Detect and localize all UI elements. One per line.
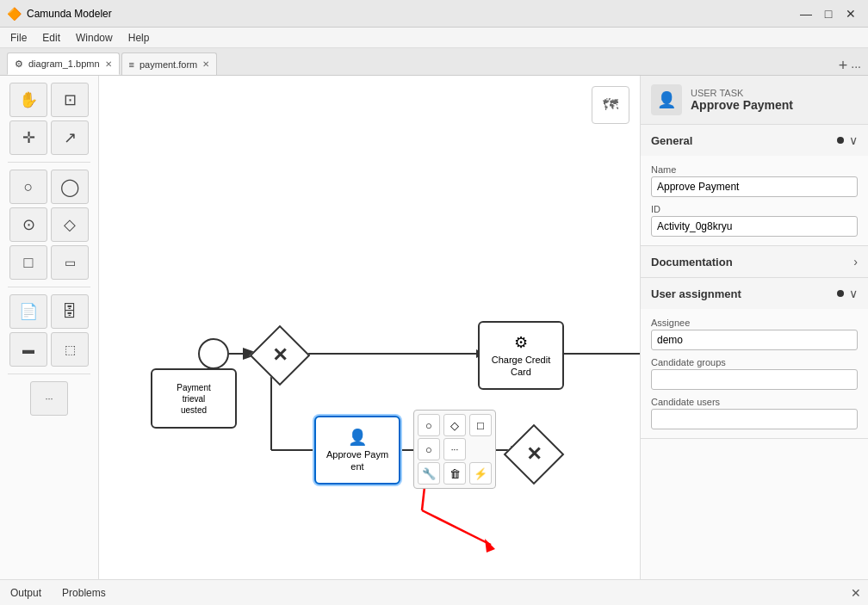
charge-credit-card-task[interactable]: ⚙ Charge CreditCard [478, 321, 564, 390]
menu-file[interactable]: File [3, 30, 34, 46]
approve-payment-task[interactable]: 👤 Approve Payment [314, 416, 400, 485]
tab-close-payment[interactable]: ✕ [202, 59, 209, 69]
start-event-tool[interactable]: ○ [9, 170, 47, 204]
panel-header: 👤 USER TASK Approve Payment [641, 76, 868, 125]
panel-header-icon: 👤 [651, 84, 682, 115]
tab-icon-payment: ≡ [129, 59, 134, 70]
context-row-3: 🔧 🗑 ⚡ [418, 462, 492, 485]
field-name-container: Name [651, 164, 858, 197]
left-toolbar: ✋ ⊡ ✛ ↗ ○ ◯ ⊙ ◇ □ ▭ 📄 🗄 ▬ ⬚ · [0, 76, 99, 579]
bottom-panel-close[interactable]: ✕ [851, 586, 861, 600]
minimap-button[interactable]: 🗺 [592, 86, 629, 124]
tool-row-5: □ ▭ [3, 245, 95, 280]
bottom-tab-output[interactable]: Output [7, 585, 45, 601]
section-user-assignment-header[interactable]: User assignment ∨ [641, 278, 868, 309]
gateway-2[interactable]: ✕ [512, 433, 555, 476]
gateway-1[interactable]: ✕ [258, 334, 301, 377]
context-row-2: ○ ··· [418, 438, 492, 460]
field-candidate-groups-label: Candidate groups [651, 357, 858, 367]
ctx-append[interactable]: ⚡ [469, 462, 492, 485]
section-general-body: Name ID [641, 156, 868, 245]
section-user-assignment-expand-icon: ∨ [849, 287, 858, 300]
tabbar: ⚙ diagram_1.bpmn ✕ ≡ payment.form ✕ + ··… [0, 48, 868, 76]
field-candidate-users-input[interactable] [651, 409, 858, 429]
tab-label-diagram: diagram_1.bpmn [28, 59, 100, 69]
titlebar-left: 🔶 Camunda Modeler [7, 7, 112, 21]
tool-row-3: ○ ◯ [3, 170, 95, 204]
section-general-title: General [651, 134, 692, 147]
field-id-container: ID [651, 204, 858, 237]
section-user-assignment-dot [837, 290, 844, 297]
field-name-label: Name [651, 164, 858, 175]
payment-task[interactable]: Paymenttrievaluested [151, 368, 237, 429]
section-general: General ∨ Name ID [641, 125, 868, 246]
section-general-dot [837, 137, 844, 144]
field-id-input[interactable] [651, 216, 858, 237]
field-id-label: ID [651, 204, 858, 214]
charge-credit-card-label: Charge CreditCard [492, 354, 550, 379]
section-documentation-expand-icon: › [853, 255, 858, 269]
more-tools-button[interactable]: ··· [30, 381, 68, 416]
field-assignee-input[interactable] [651, 330, 858, 350]
group-tool[interactable]: ⬚ [51, 332, 89, 367]
tabbar-right: + ··· [839, 57, 861, 75]
more-tabs-button[interactable]: ··· [851, 59, 861, 73]
end-event-tool[interactable]: ◯ [51, 170, 89, 204]
add-tab-button[interactable]: + [839, 57, 848, 75]
tab-payment[interactable]: ≡ payment.form ✕ [121, 52, 218, 75]
ctx-more[interactable]: ··· [443, 438, 466, 460]
right-panel: 👤 USER TASK Approve Payment General ∨ Na… [640, 76, 868, 579]
gateway-tool[interactable]: ◇ [51, 207, 89, 242]
data-object-tool[interactable]: 📄 [9, 294, 47, 329]
start-event[interactable] [198, 338, 229, 369]
task-tool[interactable]: □ [9, 245, 47, 280]
ctx-wrench[interactable]: 🔧 [418, 462, 440, 485]
tool-row-8: ··· [3, 381, 95, 416]
lasso-tool[interactable]: ⊡ [51, 83, 89, 117]
pool-tool[interactable]: ▬ [9, 332, 47, 367]
ctx-morph-rect[interactable]: □ [469, 414, 492, 436]
tool-row-7: ▬ ⬚ [3, 332, 95, 367]
move-tool[interactable]: ✛ [9, 120, 47, 155]
panel-header-info: USER TASK Approve Payment [691, 88, 793, 112]
ctx-morph-diamond[interactable]: ◇ [443, 414, 466, 436]
tool-row-2: ✛ ↗ [3, 120, 95, 155]
app-title: Camunda Modeler [27, 8, 112, 20]
canvas[interactable]: Paymenttrievaluested ✕ ⚙ Charge CreditCa… [99, 76, 640, 579]
menubar: File Edit Window Help [0, 28, 868, 48]
menu-edit[interactable]: Edit [35, 30, 67, 46]
section-documentation-header[interactable]: Documentation › [641, 246, 868, 277]
intermediate-event-tool[interactable]: ⊙ [9, 207, 47, 242]
field-candidate-groups-container: Candidate groups [651, 357, 858, 390]
hand-tool[interactable]: ✋ [9, 83, 47, 117]
ctx-delete[interactable]: 🗑 [443, 462, 466, 485]
field-candidate-users-label: Candidate users [651, 397, 858, 407]
payment-task-label: Paymenttrievaluested [177, 382, 210, 416]
tool-divider-2 [8, 287, 90, 287]
panel-type-label: USER TASK [691, 88, 793, 98]
ctx-morph-circle[interactable]: ○ [418, 414, 440, 436]
ctx-connect[interactable]: ○ [418, 438, 440, 460]
tool-divider-3 [8, 373, 90, 374]
tab-label-payment: payment.form [140, 59, 197, 70]
menu-help[interactable]: Help [121, 30, 157, 46]
tab-diagram[interactable]: ⚙ diagram_1.bpmn ✕ [7, 52, 120, 75]
maximize-button[interactable]: □ [818, 3, 839, 24]
field-name-input[interactable] [651, 176, 858, 197]
menu-window[interactable]: Window [69, 30, 120, 46]
tool-row-1: ✋ ⊡ [3, 83, 95, 117]
field-candidate-users-container: Candidate users [651, 397, 858, 429]
field-candidate-groups-input[interactable] [651, 369, 858, 390]
section-general-expand-icon: ∨ [849, 133, 858, 147]
section-user-assignment-controls: ∨ [837, 287, 858, 300]
section-general-header[interactable]: General ∨ [641, 125, 868, 156]
approve-payment-icon: 👤 [348, 428, 367, 447]
section-documentation-title: Documentation [651, 256, 733, 269]
minimize-button[interactable]: — [796, 3, 816, 24]
data-store-tool[interactable]: 🗄 [51, 294, 89, 329]
connect-tool[interactable]: ↗ [51, 120, 89, 155]
tab-close-diagram[interactable]: ✕ [105, 59, 112, 69]
subprocess-tool[interactable]: ▭ [51, 245, 89, 280]
bottom-tab-problems[interactable]: Problems [59, 585, 109, 601]
close-button[interactable]: ✕ [840, 3, 861, 24]
